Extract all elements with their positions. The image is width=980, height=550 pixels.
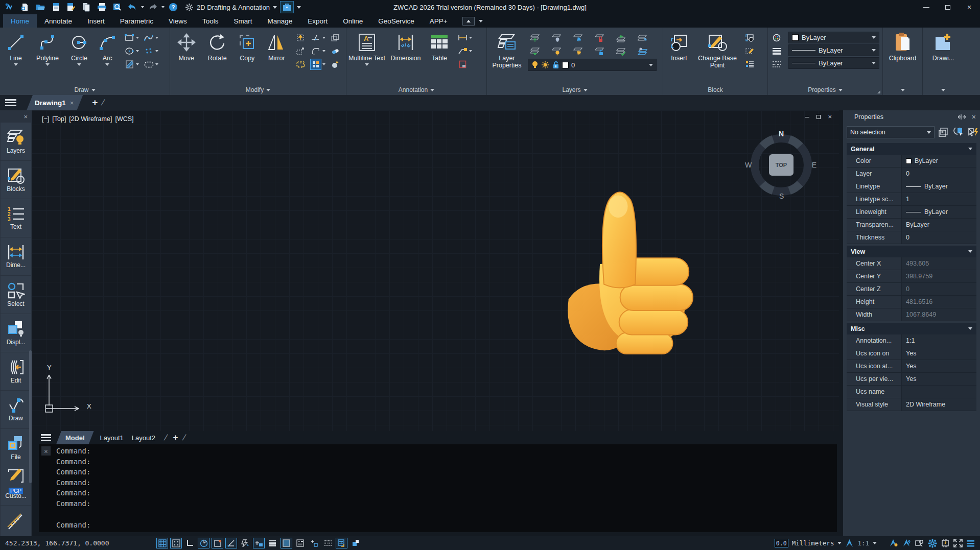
leader-caret-icon[interactable] <box>469 50 472 52</box>
ribbon-tab[interactable]: Manage <box>260 14 300 28</box>
insert-button[interactable]: Insert <box>664 29 694 62</box>
command-close-icon[interactable]: × <box>41 446 51 456</box>
dimension-caret-icon[interactable] <box>469 37 472 39</box>
add-selected-icon[interactable] <box>308 538 320 548</box>
circle-button[interactable]: Circle <box>64 29 94 66</box>
attributes-icon[interactable] <box>744 59 755 69</box>
ribbon-tab[interactable]: Export <box>300 14 335 28</box>
layer-sun-icon[interactable] <box>541 61 549 69</box>
layer-lock-icon[interactable] <box>595 33 605 43</box>
linetype-combo[interactable]: ByLayer <box>788 57 879 69</box>
panel-title-block[interactable]: Block <box>663 85 767 94</box>
minimize-button[interactable] <box>916 0 937 14</box>
property-row-center-y[interactable]: Center Y398.9759 <box>847 270 976 283</box>
hatch-icon[interactable] <box>124 59 134 69</box>
explode-icon[interactable] <box>330 59 340 69</box>
point-icon[interactable] <box>144 46 154 56</box>
ribbon-tab[interactable]: APP+ <box>422 14 455 28</box>
trim-icon[interactable] <box>311 33 321 43</box>
redo-icon[interactable] <box>146 1 159 13</box>
define-block-icon[interactable] <box>744 33 755 43</box>
sidebar-item-customize[interactable]: PGPCusto... <box>1 467 31 505</box>
fillet-caret-icon[interactable] <box>322 50 325 52</box>
revcloud-rect-icon[interactable] <box>144 59 154 69</box>
grid-display-icon[interactable] <box>156 538 168 548</box>
mirror-button[interactable]: Mirror <box>262 29 292 62</box>
mtext-caret-icon[interactable] <box>365 63 369 66</box>
sidebar-item-display[interactable]: Displ... <box>1 314 31 352</box>
rectangle-icon[interactable] <box>124 33 134 43</box>
property-row-lineweight[interactable]: LineweightByLayer <box>847 206 976 219</box>
isolate-objects-icon[interactable] <box>915 539 924 547</box>
spline-icon[interactable] <box>144 33 154 43</box>
undo-icon[interactable] <box>126 1 139 13</box>
arc-button[interactable]: Arc <box>94 29 121 66</box>
layer-unlock-state-icon[interactable] <box>552 61 559 69</box>
document-menu-icon[interactable] <box>5 99 16 106</box>
section-view[interactable]: View <box>847 246 976 257</box>
leader-icon[interactable] <box>457 46 468 56</box>
sidebar-item-select[interactable]: Select <box>1 276 31 314</box>
property-row-visual-style[interactable]: Visual style2D Wireframe <box>847 398 976 411</box>
properties-close-icon[interactable]: × <box>972 113 976 121</box>
match-properties-icon[interactable] <box>772 33 782 43</box>
command-window[interactable]: × Command:Command:Command:Command:Comman… <box>39 444 837 532</box>
layout-tab[interactable]: Model <box>56 431 96 444</box>
layer-match-icon[interactable] <box>530 46 541 56</box>
ribbon-options-caret-icon[interactable] <box>479 20 483 22</box>
ribbon-tab[interactable]: Views <box>161 14 195 28</box>
toggle-pickadd-icon[interactable] <box>967 128 978 137</box>
compass-north[interactable]: N <box>779 130 784 138</box>
rectangle-caret-icon[interactable] <box>136 37 139 39</box>
array-icon[interactable] <box>311 59 321 69</box>
mtext-button[interactable]: A Multiline Text <box>347 29 386 66</box>
ribbon-tab[interactable]: GeoService <box>370 14 422 28</box>
new-drawing-button[interactable]: Drawi... <box>925 29 962 62</box>
move-button[interactable]: Move <box>171 29 202 62</box>
circle-caret-icon[interactable] <box>77 63 81 66</box>
new-layout-icon[interactable]: + <box>173 433 178 443</box>
selection-combo[interactable]: No selection <box>847 126 935 138</box>
panel-title-modify[interactable]: Modify <box>170 85 346 94</box>
table-cell-icon[interactable] <box>457 59 468 69</box>
undo-caret-icon[interactable] <box>141 6 144 8</box>
layer-isolate-icon[interactable] <box>638 46 648 56</box>
line-button[interactable]: Line <box>1 29 31 66</box>
compass-west[interactable]: W <box>745 161 752 169</box>
units-selector[interactable]: Millimeters <box>792 539 834 547</box>
panel-title-annotation[interactable]: Annotation <box>346 85 486 94</box>
compass-top-face[interactable]: TOP <box>769 154 794 176</box>
property-row-ucs-icon-at[interactable]: Ucs icon at...Yes <box>847 360 976 373</box>
property-row-color[interactable]: ColorByLayer <box>847 155 976 168</box>
clipboard-button[interactable]: Clipboard <box>885 29 921 62</box>
lineweight-combo[interactable]: ByLayer <box>788 44 879 56</box>
stretch-icon[interactable] <box>295 33 306 43</box>
settings-gear-icon[interactable] <box>928 539 937 548</box>
property-row-ucs-icon-on[interactable]: Ucs icon onYes <box>847 347 976 360</box>
table-button[interactable]: Table <box>425 29 454 62</box>
scale-icon[interactable] <box>295 46 306 56</box>
ribbon-tab[interactable]: Insert <box>80 14 112 28</box>
layer-make-current-icon[interactable] <box>530 33 541 43</box>
property-row-thickness[interactable]: Thickness0 <box>847 231 976 244</box>
redo-caret-icon[interactable] <box>161 6 165 8</box>
viewport-visual-style-control[interactable]: [2D Wireframe] <box>69 115 112 123</box>
layer-previous-icon[interactable] <box>616 33 626 43</box>
lineweight-display-icon[interactable] <box>267 538 278 548</box>
ribbon-tab[interactable]: Tools <box>195 14 226 28</box>
edit-block-icon[interactable] <box>744 46 755 56</box>
close-button[interactable]: × <box>959 0 980 14</box>
dynamic-input-icon[interactable] <box>239 538 251 548</box>
layer-combo[interactable]: 0 <box>528 59 657 71</box>
view-compass[interactable]: N W E S TOP <box>747 131 815 199</box>
transparency-display-icon[interactable] <box>281 538 292 548</box>
polar-tracking-icon[interactable] <box>198 538 209 548</box>
property-row-annotation-scale[interactable]: Annotation...1:1 <box>847 334 976 347</box>
trim-caret-icon[interactable] <box>322 37 325 39</box>
layer-combo-caret-icon[interactable] <box>649 64 653 66</box>
linetype-icon[interactable] <box>772 59 782 69</box>
dimension-button[interactable]: Dimension <box>386 29 425 62</box>
sidebar-item-edit[interactable]: Edit <box>1 352 31 390</box>
layer-properties-button[interactable]: Layer Properties <box>488 29 526 69</box>
layout-menu-icon[interactable] <box>41 434 51 441</box>
